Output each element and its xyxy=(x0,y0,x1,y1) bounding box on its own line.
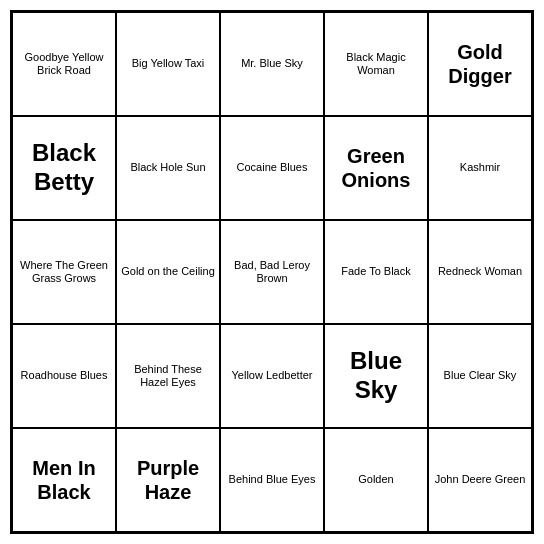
bingo-cell-r2c3: Fade To Black xyxy=(324,220,428,324)
bingo-cell-r2c1: Gold on the Ceiling xyxy=(116,220,220,324)
bingo-cell-r0c1: Big Yellow Taxi xyxy=(116,12,220,116)
bingo-cell-r4c0: Men In Black xyxy=(12,428,116,532)
bingo-cell-r3c2: Yellow Ledbetter xyxy=(220,324,324,428)
bingo-cell-r0c2: Mr. Blue Sky xyxy=(220,12,324,116)
bingo-cell-r2c4: Redneck Woman xyxy=(428,220,532,324)
bingo-cell-r1c0: Black Betty xyxy=(12,116,116,220)
bingo-cell-r0c3: Black Magic Woman xyxy=(324,12,428,116)
bingo-cell-r0c0: Goodbye Yellow Brick Road xyxy=(12,12,116,116)
bingo-cell-r3c0: Roadhouse Blues xyxy=(12,324,116,428)
bingo-cell-r1c4: Kashmir xyxy=(428,116,532,220)
bingo-cell-r2c2: Bad, Bad Leroy Brown xyxy=(220,220,324,324)
bingo-cell-r4c3: Golden xyxy=(324,428,428,532)
bingo-board: Goodbye Yellow Brick RoadBig Yellow Taxi… xyxy=(10,10,534,534)
bingo-cell-r4c1: Purple Haze xyxy=(116,428,220,532)
bingo-cell-r1c3: Green Onions xyxy=(324,116,428,220)
bingo-cell-r2c0: Where The Green Grass Grows xyxy=(12,220,116,324)
bingo-cell-r3c3: Blue Sky xyxy=(324,324,428,428)
bingo-cell-r4c4: John Deere Green xyxy=(428,428,532,532)
bingo-cell-r0c4: Gold Digger xyxy=(428,12,532,116)
bingo-cell-r1c2: Cocaine Blues xyxy=(220,116,324,220)
bingo-cell-r4c2: Behind Blue Eyes xyxy=(220,428,324,532)
bingo-cell-r1c1: Black Hole Sun xyxy=(116,116,220,220)
bingo-cell-r3c1: Behind These Hazel Eyes xyxy=(116,324,220,428)
bingo-cell-r3c4: Blue Clear Sky xyxy=(428,324,532,428)
